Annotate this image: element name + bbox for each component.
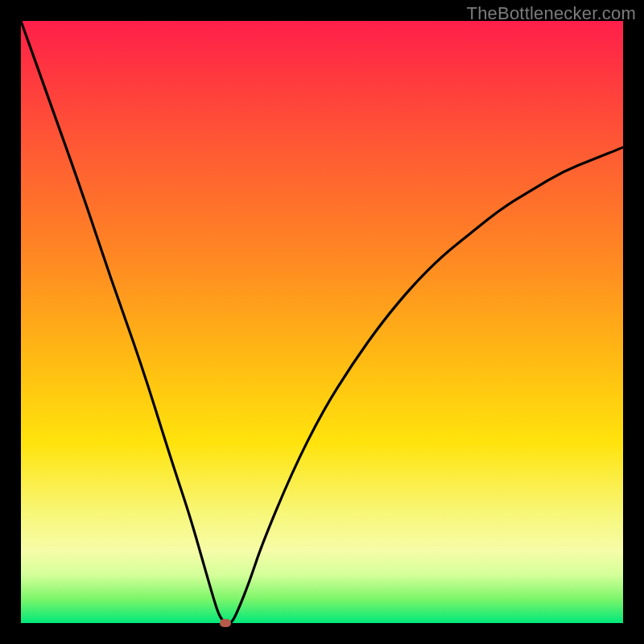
curve-svg: [21, 21, 623, 623]
bottleneck-curve: [21, 21, 623, 623]
chart-frame: TheBottlenecker.com: [0, 0, 644, 644]
minimum-marker: [220, 619, 231, 627]
plot-area: [21, 21, 623, 623]
